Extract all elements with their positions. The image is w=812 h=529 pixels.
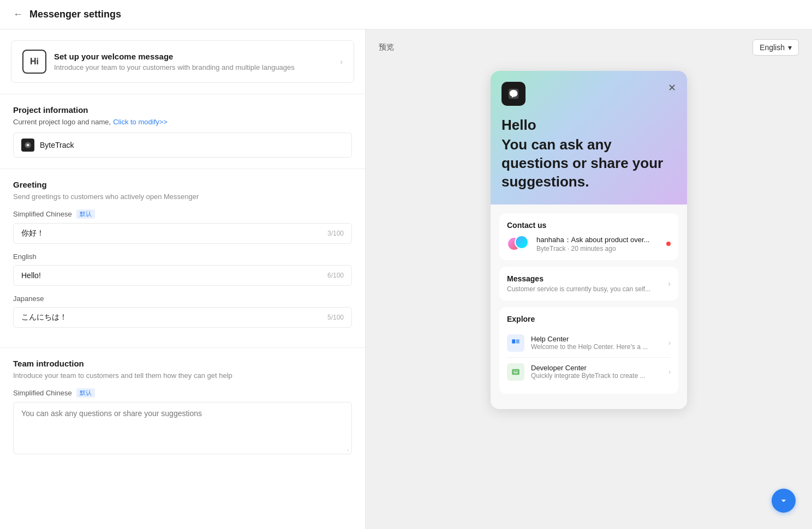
help-center-arrow-icon: › <box>668 339 671 347</box>
widget-greeting-main: You can ask any questions or share your … <box>501 136 676 191</box>
svg-rect-5 <box>514 370 515 371</box>
team-intro-desc: Introduce your team to customers and tel… <box>13 371 352 380</box>
developer-center-sub: Quickly integrate ByteTrack to create ..… <box>531 372 662 380</box>
messages-arrow-icon: › <box>668 279 671 288</box>
preview-header: 预览 English ▾ <box>366 29 812 65</box>
messages-row: Messages Customer service is currently b… <box>507 274 671 293</box>
contact-section-title: Contact us <box>507 221 671 230</box>
messenger-widget: ✕ Hello You can ask any questions or sha… <box>491 71 687 409</box>
widget-body: Contact us hanhaha：Ask about product ove… <box>491 205 687 409</box>
avatar-2 <box>515 235 529 249</box>
team-intro-title: Team introduction <box>13 359 352 368</box>
project-info-section: Project information Current project logo… <box>0 94 365 169</box>
greeting-input-zh-wrapper: 3/100 <box>13 223 352 244</box>
greeting-section: Greeting Send greetings to customers who… <box>0 169 365 347</box>
widget-header: ✕ Hello You can ask any questions or sha… <box>491 71 687 205</box>
greeting-label-ja: Japanese <box>13 294 44 303</box>
messages-text: Messages Customer service is currently b… <box>507 274 664 293</box>
greeting-input-ja[interactable] <box>21 313 323 322</box>
contact-sub: ByteTrack · 20 minutes ago <box>536 245 661 253</box>
widget-close-icon[interactable]: ✕ <box>668 82 676 94</box>
team-intro-badge-zh: 默认 <box>76 388 95 398</box>
team-intro-field-zh: Simplified Chinese 默认 ⌟ <box>13 388 352 454</box>
page-header: ← Messenger settings <box>0 0 812 29</box>
team-intro-textarea[interactable] <box>14 402 351 452</box>
project-name-label: ByteTrack <box>40 141 74 149</box>
greeting-badge-zh: 默认 <box>76 209 95 219</box>
scroll-down-button[interactable] <box>772 489 796 513</box>
contact-text: hanhaha：Ask about product over... ByteTr… <box>536 235 661 253</box>
explore-item-help[interactable]: Help Center Welcome to the Help Center. … <box>507 329 671 358</box>
greeting-field-zh: Simplified Chinese 默认 3/100 <box>13 209 352 244</box>
help-center-title: Help Center <box>531 335 662 343</box>
svg-rect-6 <box>516 370 518 371</box>
welcome-card-title: Set up your welcome message <box>54 52 295 61</box>
svg-rect-4 <box>512 369 520 375</box>
greeting-label-zh: Simplified Chinese <box>13 210 72 218</box>
greeting-label-zh-row: Simplified Chinese 默认 <box>13 209 352 219</box>
help-center-icon <box>507 334 524 352</box>
resize-handle-icon: ⌟ <box>347 446 349 452</box>
project-info-row: Current project logo and name, Click to … <box>13 118 352 126</box>
contact-avatars <box>507 235 531 253</box>
team-intro-label-zh-row: Simplified Chinese 默认 <box>13 388 352 398</box>
project-info-title: Project information <box>13 105 352 115</box>
language-selector[interactable]: English ▾ <box>753 39 799 56</box>
contact-unread-dot <box>666 242 671 246</box>
messages-section[interactable]: Messages Customer service is currently b… <box>499 267 678 300</box>
developer-center-arrow-icon: › <box>668 368 671 376</box>
preview-label: 预览 <box>379 43 394 52</box>
widget-logo-icon <box>501 82 526 106</box>
team-intro-label-zh: Simplified Chinese <box>13 389 72 397</box>
developer-center-icon <box>507 363 524 381</box>
greeting-label-ja-row: Japanese <box>13 294 352 303</box>
project-logo-icon <box>21 139 34 152</box>
greeting-desc: Send greetings to customers who actively… <box>13 193 352 201</box>
explore-title: Explore <box>507 315 671 323</box>
greeting-charcount-zh: 3/100 <box>327 230 344 237</box>
greeting-field-ja: Japanese 5/100 <box>13 294 352 328</box>
team-intro-section: Team introduction Introduce your team to… <box>0 347 365 474</box>
project-info-desc-static: Current project logo and name, <box>13 118 111 126</box>
contact-section: Contact us hanhaha：Ask about product ove… <box>499 213 678 260</box>
explore-section: Explore Help Center Welcome to the He <box>499 307 678 394</box>
main-layout: Hi Set up your welcome message Introduce… <box>0 29 812 529</box>
explore-item-developer[interactable]: Developer Center Quickly integrate ByteT… <box>507 358 671 386</box>
svg-rect-7 <box>514 372 518 373</box>
greeting-input-en-wrapper: 6/100 <box>13 265 352 286</box>
greeting-title: Greeting <box>13 180 352 189</box>
welcome-card-arrow-icon: › <box>340 57 343 66</box>
language-selector-value: English <box>760 43 785 52</box>
greeting-input-en[interactable] <box>21 271 323 280</box>
right-panel: 预览 English ▾ ✕ <box>366 29 812 529</box>
help-center-text: Help Center Welcome to the Help Center. … <box>531 335 662 351</box>
greeting-label-en-row: English <box>13 253 352 261</box>
welcome-card-text: Set up your welcome message Introduce yo… <box>54 52 295 71</box>
preview-container: ✕ Hello You can ask any questions or sha… <box>366 65 812 529</box>
svg-rect-2 <box>512 339 515 344</box>
widget-header-top: ✕ <box>501 82 676 106</box>
greeting-charcount-en: 6/100 <box>327 272 344 279</box>
help-center-sub: Welcome to the Help Center. Here's a ... <box>531 343 662 351</box>
greeting-input-zh[interactable] <box>21 229 323 238</box>
team-intro-textarea-wrapper: ⌟ <box>13 402 352 454</box>
project-info-modify-link[interactable]: Click to modify>> <box>113 118 168 126</box>
svg-rect-3 <box>516 339 520 344</box>
greeting-charcount-ja: 5/100 <box>327 314 344 321</box>
welcome-icon: Hi <box>22 50 46 74</box>
welcome-card-desc: Introduce your team to your customers wi… <box>54 63 295 71</box>
messages-sub: Customer service is currently busy, you … <box>507 285 664 293</box>
back-button[interactable]: ← <box>13 9 23 20</box>
developer-center-text: Developer Center Quickly integrate ByteT… <box>531 364 662 380</box>
greeting-label-en: English <box>13 253 37 261</box>
contact-item[interactable]: hanhaha：Ask about product over... ByteTr… <box>507 235 671 253</box>
developer-center-title: Developer Center <box>531 364 662 372</box>
messages-title: Messages <box>507 274 664 283</box>
language-selector-dropdown-icon: ▾ <box>788 43 792 52</box>
contact-name: hanhaha：Ask about product over... <box>536 235 661 245</box>
greeting-input-ja-wrapper: 5/100 <box>13 307 352 328</box>
left-panel: Hi Set up your welcome message Introduce… <box>0 29 366 529</box>
project-name-box: ByteTrack <box>13 133 352 158</box>
greeting-field-en: English 6/100 <box>13 253 352 286</box>
welcome-message-card[interactable]: Hi Set up your welcome message Introduce… <box>11 40 354 83</box>
